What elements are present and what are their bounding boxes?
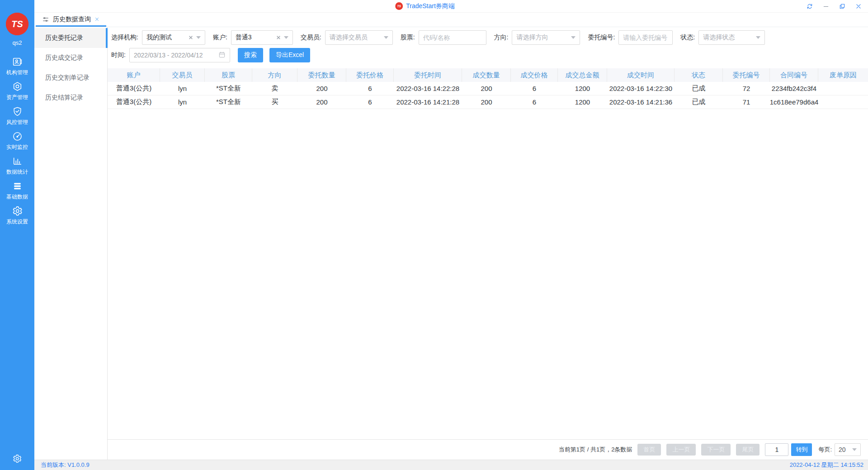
chevron-down-icon (284, 36, 288, 39)
chevron-down-icon (196, 36, 201, 39)
submenu-item-label: 历史结算记录 (45, 94, 83, 102)
next-page-button[interactable]: 下一页 (701, 444, 731, 456)
tab-close-button[interactable] (94, 15, 99, 24)
order-no-input[interactable] (618, 30, 673, 45)
cell-fill-time: 2022-03-16 14:21:36 (607, 95, 675, 109)
cell-fill-price: 6 (511, 95, 558, 109)
minimize-icon (823, 3, 829, 9)
col-header-trader: 交易员 (160, 68, 205, 82)
submenu-item-history-delivery[interactable]: 历史交割单记录 (34, 68, 107, 88)
cell-contract-no: 2234fb242c3f4 (770, 82, 818, 95)
sidebar-item-asset-mgmt[interactable]: 资产管理 (0, 81, 34, 101)
submenu-item-label: 历史交割单记录 (45, 74, 90, 82)
gear-icon (12, 205, 23, 217)
first-page-button[interactable]: 首页 (637, 444, 661, 456)
app-title-group: TS TradeStart券商端 (395, 2, 455, 10)
app-logo: TS (6, 13, 28, 35)
sidebar-item-org-mgmt[interactable]: 机构管理 (0, 56, 34, 76)
tab-label: 历史数据查询 (53, 15, 91, 24)
clear-org-icon[interactable] (189, 35, 193, 41)
cell-fill-amount: 1200 (558, 82, 607, 95)
table-row[interactable]: 普通3(公共) lyn *ST全新 买 200 6 2022-03-16 14:… (108, 95, 868, 109)
close-window-button[interactable] (855, 3, 862, 9)
submenu-item-history-orders[interactable]: 历史委托记录 (34, 28, 107, 48)
goto-page-button[interactable]: 转到 (791, 443, 812, 456)
clear-account-icon[interactable] (276, 35, 281, 41)
col-header-cancel-reason: 废单原因 (818, 68, 868, 82)
col-header-direction: 方向 (252, 68, 297, 82)
settings-gear-button[interactable] (12, 454, 22, 465)
submenu-item-history-trades[interactable]: 历史成交记录 (34, 48, 107, 68)
username-label: qs2 (13, 39, 22, 46)
trader-select[interactable]: 请选择交易员 (325, 30, 393, 45)
pagination-bar: 当前第1页 / 共1页，2条数据 首页 上一页 下一页 尾页 转到 每页: 20 (108, 439, 868, 460)
col-header-fill-price: 成交价格 (511, 68, 558, 82)
tradestart-logo-icon: TS (395, 2, 403, 10)
sidebar-item-label: 数据统计 (6, 168, 28, 176)
col-header-status: 状态 (675, 68, 723, 82)
cell-account: 普通3(公共) (108, 95, 160, 109)
maximize-button[interactable] (839, 3, 845, 9)
stacked-bars-icon (12, 180, 23, 192)
main-sidebar: TS qs2 机构管理 资产管理 风控管理 实时监控 数据统 (0, 0, 34, 470)
refresh-button[interactable] (806, 3, 813, 9)
cell-order-no: 71 (723, 95, 770, 109)
col-header-order-no: 委托编号 (723, 68, 770, 82)
cell-contract-no: 1c618ee79d6a4 (770, 95, 818, 109)
direction-select[interactable]: 请选择方向 (512, 30, 580, 45)
stock-input[interactable] (419, 30, 486, 45)
statusbar: 当前版本: V1.0.0.9 2022-04-12 星期二 14:15:52 (34, 460, 868, 470)
minimize-button[interactable] (822, 3, 829, 9)
cell-account: 普通3(公共) (108, 82, 160, 95)
submenu-item-history-settlement[interactable]: 历史结算记录 (34, 88, 107, 108)
sidebar-item-data-stats[interactable]: 数据统计 (0, 156, 34, 176)
org-filter-label: 选择机构: (111, 33, 138, 42)
per-page-select[interactable]: 20 (835, 443, 861, 456)
stock-filter-label: 股票: (401, 33, 415, 42)
tab-history-data-query[interactable]: 历史数据查询 (36, 12, 106, 27)
cell-order-no: 72 (723, 82, 770, 95)
page-number-input[interactable] (765, 443, 788, 456)
cell-fill-time: 2022-03-16 14:22:30 (607, 82, 675, 95)
cell-trader: lyn (160, 95, 205, 109)
search-button[interactable]: 搜索 (238, 48, 263, 62)
col-header-fill-time: 成交时间 (607, 68, 675, 82)
chevron-down-icon (384, 36, 388, 39)
status-filter-label: 状态: (680, 33, 695, 42)
chevron-down-icon (756, 36, 760, 39)
svg-text:TS: TS (397, 5, 401, 8)
table-row[interactable]: 普通3(公共) lyn *ST全新 卖 200 6 2022-03-16 14:… (108, 82, 868, 95)
cell-cancel-reason (818, 95, 868, 109)
org-select[interactable]: 我的测试 (142, 30, 205, 45)
sidebar-nav: 机构管理 资产管理 风控管理 实时监控 数据统计 基础数据 (0, 56, 34, 226)
cell-trader: lyn (160, 82, 205, 95)
cell-fill-qty: 200 (462, 82, 511, 95)
sidebar-item-label: 风控管理 (6, 119, 28, 126)
bar-chart-icon (12, 156, 23, 167)
sidebar-item-risk-mgmt[interactable]: 风控管理 (0, 106, 34, 126)
last-page-button[interactable]: 尾页 (736, 444, 760, 456)
date-range-picker[interactable]: 2022/03/13 - 2022/04/12 (129, 48, 230, 62)
sidebar-item-basic-data[interactable]: 基础数据 (0, 180, 34, 201)
hex-nut-icon (12, 81, 23, 92)
filter-row-2: 时间: 2022/03/13 - 2022/04/12 搜索 导出Excel (111, 48, 864, 62)
cell-fill-price: 6 (511, 82, 558, 95)
trader-filter-label: 交易员: (301, 33, 321, 42)
filter-panel: 选择机构: 我的测试 账户: 普通3 (108, 27, 868, 66)
col-header-stock: 股票 (205, 68, 252, 82)
tabbar: 历史数据查询 (34, 13, 868, 27)
content-area: 选择机构: 我的测试 账户: 普通3 (108, 27, 868, 460)
prev-page-button[interactable]: 上一页 (666, 444, 696, 456)
cell-fill-amount: 1200 (558, 95, 607, 109)
sidebar-item-system-settings[interactable]: 系统设置 (0, 205, 34, 226)
account-select[interactable]: 普通3 (231, 30, 293, 45)
export-excel-button[interactable]: 导出Excel (269, 48, 310, 62)
app-title: TradeStart券商端 (406, 2, 455, 10)
table-header-row: 账户 交易员 股票 方向 委托数量 委托价格 委托时间 成交数量 成交价格 成交… (108, 68, 868, 82)
order-no-filter-label: 委托编号: (588, 33, 615, 42)
submenu-item-label: 历史成交记录 (45, 54, 83, 62)
status-select[interactable]: 请选择状态 (698, 30, 765, 45)
sidebar-item-realtime-monitor[interactable]: 实时监控 (0, 131, 34, 151)
tradestart-logo-icon: TS (6, 13, 28, 35)
cell-cancel-reason (818, 82, 868, 95)
